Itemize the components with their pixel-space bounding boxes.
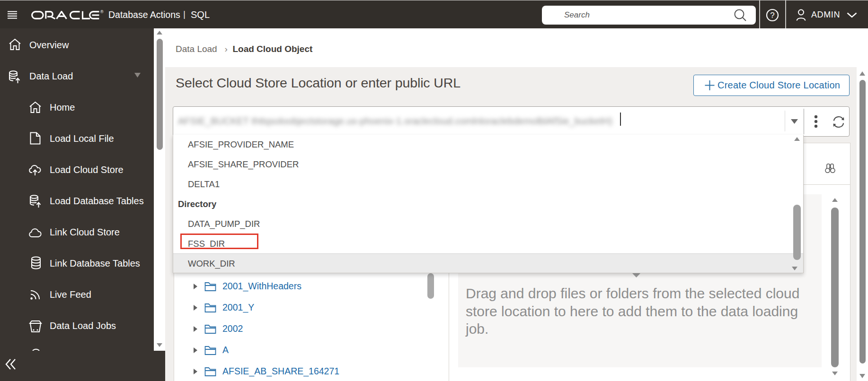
- svg-text:?: ?: [770, 11, 774, 20]
